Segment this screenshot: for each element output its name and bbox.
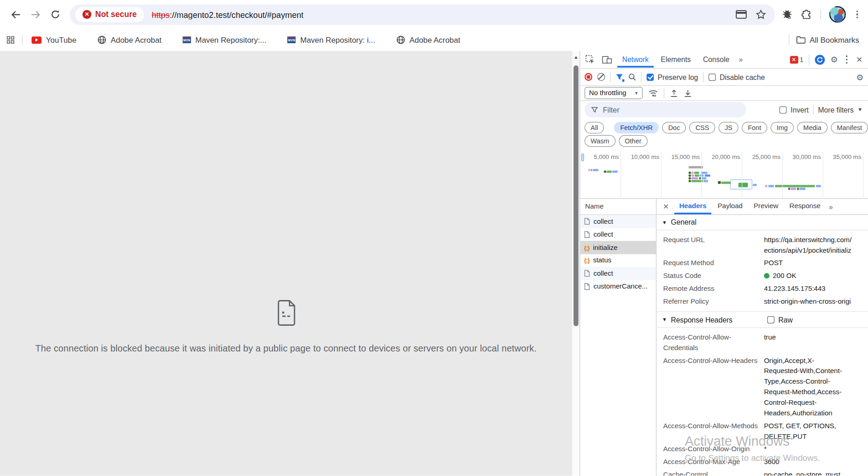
- save-card-icon[interactable]: [736, 10, 747, 19]
- search-icon[interactable]: [628, 73, 636, 81]
- detail-close-button[interactable]: ×: [659, 201, 673, 212]
- waterfall-bar: [688, 180, 691, 182]
- request-row[interactable]: collect: [580, 267, 656, 280]
- more-tabs-button[interactable]: »: [737, 56, 745, 64]
- debugger-extension-icon[interactable]: C: [782, 9, 793, 20]
- bookmark-star-icon[interactable]: [755, 9, 766, 20]
- waterfall-bar: [718, 181, 721, 184]
- tab-network[interactable]: Network: [617, 52, 654, 68]
- waterfall-bar: [691, 172, 693, 174]
- waterfall-bar: [591, 169, 592, 171]
- detail-tab-headers[interactable]: Headers: [674, 199, 711, 215]
- header-key: Request URL: [663, 235, 764, 256]
- pill-doc[interactable]: Doc: [662, 122, 686, 133]
- address-bar[interactable]: ✕ Not secure https://magento2.test/check…: [70, 4, 775, 25]
- pill-js[interactable]: JS: [719, 122, 738, 133]
- preserve-log-checkbox[interactable]: Preserve log: [647, 73, 698, 81]
- apps-grid-icon[interactable]: [6, 36, 14, 44]
- header-key: Access-Control-Allow-Credentials: [663, 332, 764, 353]
- browser-menu-button[interactable]: [854, 8, 860, 21]
- waterfall-bar: [607, 170, 612, 173]
- detail-tab-payload[interactable]: Payload: [713, 199, 748, 215]
- scrollbar-thumb[interactable]: [574, 65, 579, 326]
- pill-font[interactable]: Font: [742, 122, 767, 133]
- header-value: strict-origin-when-cross-origi: [764, 296, 868, 307]
- error-count-badge[interactable]: ✕ 1: [790, 56, 804, 63]
- inspect-icon[interactable]: [585, 55, 595, 65]
- tab-elements[interactable]: Elements: [656, 52, 696, 68]
- forward-button[interactable]: [25, 5, 45, 24]
- request-row[interactable]: customerCance...: [580, 280, 656, 293]
- extensions-puzzle-icon[interactable]: [801, 9, 812, 20]
- bookmark-youtube[interactable]: YouTube: [32, 35, 77, 44]
- pill-other[interactable]: Other: [619, 135, 648, 147]
- request-row[interactable]: collect: [580, 215, 656, 228]
- more-filters-button[interactable]: More filters ▼: [818, 106, 863, 114]
- bookmark-label: Adobe Acrobat: [111, 35, 162, 44]
- tab-console[interactable]: Console: [698, 52, 734, 68]
- pill-img[interactable]: Img: [771, 122, 794, 133]
- network-timeline-overview[interactable]: 5,000 ms10,000 ms15,000 ms20,000 ms25,00…: [580, 151, 868, 199]
- scrollbar-up-arrow[interactable]: ▲: [572, 54, 580, 60]
- timeline-tick-label: 15,000 ms: [660, 153, 700, 160]
- waterfall-bar: [612, 170, 618, 173]
- name-column-header[interactable]: Name: [580, 199, 656, 215]
- pill-all[interactable]: All: [585, 122, 604, 133]
- clear-button[interactable]: [597, 73, 605, 81]
- detail-tab-preview[interactable]: Preview: [749, 199, 783, 215]
- globe-icon: [396, 35, 405, 44]
- bookmark-adobe-acrobat-1[interactable]: Adobe Acrobat: [97, 35, 162, 44]
- reload-button[interactable]: [45, 5, 65, 24]
- throttling-select[interactable]: No throttling ▼: [585, 87, 643, 99]
- header-row: Access-Control-Allow-Headers Origin,Acce…: [657, 354, 868, 419]
- url-rest: ://magento2.test/checkout/#payment: [169, 10, 303, 19]
- network-settings-gear-icon[interactable]: ⚙: [856, 73, 863, 81]
- disable-cache-checkbox[interactable]: Disable cache: [709, 73, 765, 81]
- pill-manifest[interactable]: Manifest: [831, 122, 868, 133]
- toolbar-divider: [641, 72, 642, 82]
- network-conditions-icon[interactable]: [648, 89, 659, 97]
- header-value: POST: [764, 258, 868, 269]
- bookmark-adobe-acrobat-2[interactable]: Adobe Acrobat: [396, 35, 461, 44]
- invert-checkbox[interactable]: Invert: [779, 106, 808, 114]
- filter-toggle-button[interactable]: [615, 74, 623, 81]
- svg-text:C: C: [788, 15, 791, 20]
- extension-circle-icon[interactable]: [815, 55, 825, 65]
- toolbar-divider: [610, 72, 610, 82]
- raw-label: Raw: [778, 315, 793, 323]
- response-headers-title: Response Headers: [671, 315, 733, 323]
- detail-tab-response[interactable]: Response: [784, 199, 826, 215]
- request-row[interactable]: collect: [580, 228, 656, 241]
- pill-css[interactable]: CSS: [689, 122, 715, 133]
- invert-label: Invert: [791, 106, 809, 114]
- not-secure-badge[interactable]: ✕ Not secure: [75, 7, 144, 22]
- export-har-icon[interactable]: [684, 89, 692, 97]
- pill-wasm[interactable]: Wasm: [585, 135, 615, 147]
- filter-input[interactable]: Filter: [585, 102, 746, 118]
- timeline-gridline: [863, 151, 863, 198]
- devtools-menu-button[interactable]: [844, 53, 850, 66]
- devtools-close-button[interactable]: ×: [855, 54, 863, 65]
- device-toolbar-icon[interactable]: [602, 55, 612, 64]
- chevron-down-icon: ▼: [634, 91, 639, 96]
- record-button[interactable]: [585, 73, 592, 81]
- waterfall-bar: [699, 177, 701, 180]
- raw-checkbox[interactable]: Raw: [767, 315, 793, 323]
- response-headers-section-header[interactable]: ▼ Response Headers Raw: [657, 311, 868, 328]
- back-icon: [10, 9, 21, 20]
- page-scrollbar[interactable]: ▲: [572, 51, 580, 476]
- bookmark-maven-1[interactable]: MVN Maven Repository:...: [183, 35, 266, 44]
- request-row[interactable]: {;} status: [580, 254, 656, 267]
- request-row-selected[interactable]: {;} initialize: [580, 241, 656, 254]
- bookmark-maven-2[interactable]: MVN Maven Repository: i...: [287, 35, 375, 44]
- waterfall-bar: [797, 188, 799, 190]
- import-har-icon[interactable]: [670, 89, 678, 97]
- all-bookmarks-button[interactable]: All Bookmarks: [796, 35, 859, 44]
- profile-avatar[interactable]: [829, 6, 845, 23]
- settings-gear-icon[interactable]: ⚙: [830, 56, 838, 64]
- pill-fetch-xhr[interactable]: Fetch/XHR: [614, 122, 659, 133]
- pill-media[interactable]: Media: [797, 122, 828, 133]
- general-section-header[interactable]: ▼ General: [657, 215, 868, 231]
- detail-more-tabs-button[interactable]: »: [827, 203, 835, 211]
- back-button[interactable]: [6, 5, 25, 24]
